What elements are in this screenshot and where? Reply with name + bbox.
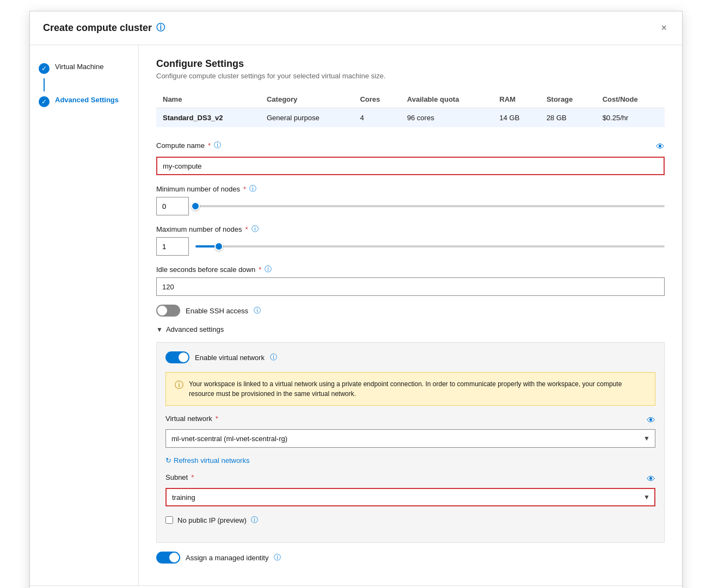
sidebar: ✓ Virtual Machine ✓ Advanced Settings [30,45,139,585]
managed-identity-toggle-knob [169,553,179,562]
step-icon-vm: ✓ [39,63,50,74]
vnet-toggle-row: Enable virtual network ⓘ [165,351,655,363]
vnet-dropdown-wrap: ml-vnet-scentral (ml-vnet-scentral-rg) ▼ [165,429,655,448]
sidebar-label-advanced: Advanced Settings [55,96,119,104]
close-button[interactable]: × [659,20,669,36]
ssh-toggle-knob [157,306,167,315]
idle-seconds-input[interactable] [156,277,665,296]
min-nodes-info-icon[interactable]: ⓘ [249,184,256,194]
dialog-title: Create compute cluster ⓘ [43,22,165,34]
subnet-eye-icon[interactable]: 👁 [647,474,655,484]
col-quota: Available quota [401,91,493,108]
managed-identity-toggle-row: Assign a managed identity ⓘ [156,552,665,564]
managed-identity-label: Assign a managed identity [186,554,268,562]
col-ram: RAM [493,91,540,108]
cell-quota: 96 cores [401,108,493,128]
advanced-section-content: Enable virtual network ⓘ ⓘ Your workspac… [156,342,665,543]
warning-icon: ⓘ [175,380,183,399]
vnet-toggle-label: Enable virtual network [195,354,265,362]
max-nodes-slider-track[interactable] [195,245,665,247]
col-category: Category [260,91,353,108]
dialog-body: ✓ Virtual Machine ✓ Advanced Settings Co… [30,45,682,585]
section-title: Configure Settings [156,58,665,70]
cell-category: General purpose [260,108,353,128]
compute-name-input[interactable] [156,157,665,175]
min-nodes-group: Minimum number of nodes * ⓘ [156,184,665,215]
step-icon-advanced: ✓ [39,96,50,107]
subnet-group: Subnet * 👁 training ▼ [165,473,655,506]
subnet-dropdown[interactable]: training [165,488,655,506]
ssh-toggle[interactable] [156,305,180,317]
advanced-section-header[interactable]: ▼ Advanced settings [156,325,665,333]
cell-storage: 28 GB [540,108,596,128]
ssh-label: Enable SSH access [186,307,248,315]
idle-info-icon[interactable]: ⓘ [265,264,272,274]
idle-seconds-label: Idle seconds before scale down * ⓘ [156,264,665,274]
title-info-icon[interactable]: ⓘ [156,22,165,34]
managed-identity-info-icon[interactable]: ⓘ [274,553,281,562]
ssh-info-icon[interactable]: ⓘ [254,306,261,315]
cell-cores: 4 [353,108,400,128]
vnet-dropdown[interactable]: ml-vnet-scentral (ml-vnet-scentral-rg) [165,429,655,448]
no-public-ip-row: No public IP (preview) ⓘ [165,515,655,525]
max-nodes-slider-row [156,237,665,256]
no-public-ip-checkbox[interactable] [165,516,173,524]
no-public-ip-label: No public IP (preview) [177,516,247,524]
warning-box: ⓘ Your workspace is linked to a virtual … [165,372,655,406]
min-nodes-input[interactable] [156,197,189,215]
step-connector [44,78,45,91]
vnet-toggle[interactable] [165,351,189,363]
idle-seconds-group: Idle seconds before scale down * ⓘ [156,264,665,296]
max-nodes-group: Maximum number of nodes * ⓘ [156,224,665,256]
cell-name: Standard_DS3_v2 [156,108,260,128]
compute-name-group: Compute name * ⓘ 👁 [156,140,665,175]
title-text: Create compute cluster [43,22,152,34]
subnet-label: Subnet * [165,473,194,481]
max-nodes-input[interactable] [156,237,189,256]
refresh-link-text: Refresh virtual networks [174,456,249,465]
advanced-section-label: Advanced settings [166,325,224,333]
sidebar-item-advanced-settings[interactable]: ✓ Advanced Settings [39,91,130,112]
min-nodes-label: Minimum number of nodes * ⓘ [156,184,665,194]
cell-ram: 14 GB [493,108,540,128]
compute-name-info-icon[interactable]: ⓘ [214,140,221,150]
refresh-virtual-networks-link[interactable]: ↻ Refresh virtual networks [165,456,655,465]
col-cost: Cost/Node [596,91,665,108]
min-nodes-slider-track[interactable] [195,205,665,207]
dialog-footer: Back Create Download a template for auto… [30,585,682,588]
subnet-dropdown-wrap: training ▼ [165,488,655,506]
max-nodes-label: Maximum number of nodes * ⓘ [156,224,665,234]
virtual-network-label: Virtual network * [165,414,218,423]
managed-identity-toggle[interactable] [156,552,180,564]
no-public-ip-info-icon[interactable]: ⓘ [251,515,258,525]
table-row[interactable]: Standard_DS3_v2 General purpose 4 96 cor… [156,108,665,128]
warning-text: Your workspace is linked to a virtual ne… [189,379,646,399]
min-nodes-slider-row [156,197,665,215]
max-nodes-info-icon[interactable]: ⓘ [251,224,259,234]
sidebar-item-virtual-machine[interactable]: ✓ Virtual Machine [39,58,130,78]
col-name: Name [156,91,260,108]
section-subtitle: Configure compute cluster settings for y… [156,72,665,80]
vnet-info-icon[interactable]: ⓘ [270,352,277,362]
chevron-down-icon: ▼ [156,326,163,333]
vnet-eye-icon[interactable]: 👁 [647,416,655,425]
col-cores: Cores [353,91,400,108]
vm-table: Name Category Cores Available quota RAM … [156,91,665,127]
cell-cost: $0.25/hr [596,108,665,128]
ssh-toggle-row: Enable SSH access ⓘ [156,305,665,317]
refresh-icon: ↻ [165,456,171,465]
vnet-toggle-knob [179,352,188,362]
dialog-header: Create compute cluster ⓘ × [30,11,682,45]
sidebar-label-vm: Virtual Machine [55,63,103,71]
compute-name-label: Compute name * ⓘ [156,140,221,150]
compute-name-eye-icon[interactable]: 👁 [656,142,665,152]
main-content: Configure Settings Configure compute clu… [139,45,682,585]
virtual-network-group: Virtual network * 👁 ml-vnet-scentral (ml… [165,414,655,448]
col-storage: Storage [540,91,596,108]
